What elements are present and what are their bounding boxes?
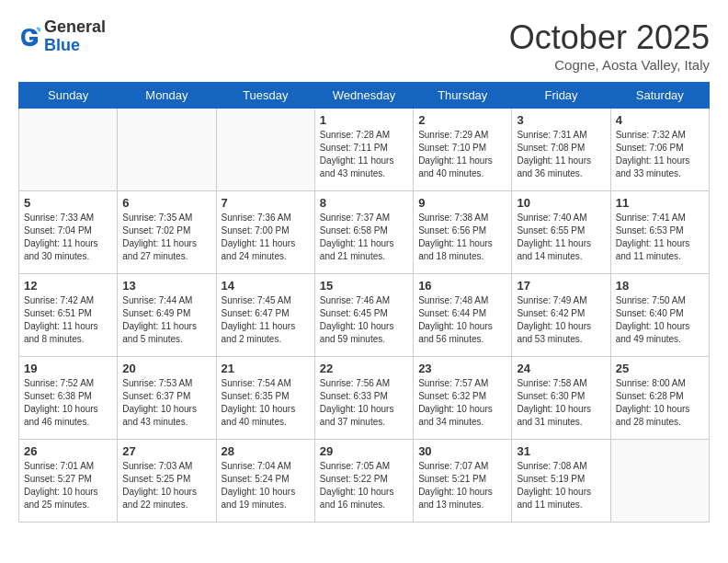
calendar-cell: 30Sunrise: 7:07 AM Sunset: 5:21 PM Dayli… — [414, 440, 512, 523]
day-info: Sunrise: 7:45 AM Sunset: 6:47 PM Dayligh… — [222, 294, 310, 346]
day-number: 30 — [418, 444, 506, 458]
calendar-week-3: 12Sunrise: 7:42 AM Sunset: 6:51 PM Dayli… — [19, 274, 710, 357]
day-info: Sunrise: 7:57 AM Sunset: 6:32 PM Dayligh… — [418, 377, 506, 429]
day-info: Sunrise: 7:32 AM Sunset: 7:06 PM Dayligh… — [616, 129, 704, 180]
logo: General Blue — [18, 18, 106, 55]
calendar-cell: 20Sunrise: 7:53 AM Sunset: 6:37 PM Dayli… — [118, 357, 216, 440]
day-info: Sunrise: 7:46 AM Sunset: 6:45 PM Dayligh… — [320, 294, 408, 346]
day-number: 8 — [320, 196, 408, 210]
day-number: 19 — [24, 362, 112, 375]
weekday-header-monday: Monday — [118, 83, 216, 109]
calendar-cell: 29Sunrise: 7:05 AM Sunset: 5:22 PM Dayli… — [314, 440, 413, 523]
page-header: General Blue October 2025 Cogne, Aosta V… — [18, 18, 710, 73]
day-info: Sunrise: 7:28 AM Sunset: 7:11 PM Dayligh… — [320, 129, 408, 180]
day-info: Sunrise: 7:58 AM Sunset: 6:30 PM Dayligh… — [517, 377, 605, 429]
calendar-cell: 2Sunrise: 7:29 AM Sunset: 7:10 PM Daylig… — [414, 109, 512, 191]
weekday-header-saturday: Saturday — [610, 83, 709, 109]
day-info: Sunrise: 7:41 AM Sunset: 6:53 PM Dayligh… — [616, 212, 704, 263]
day-number: 6 — [122, 196, 210, 210]
calendar-cell: 8Sunrise: 7:37 AM Sunset: 6:58 PM Daylig… — [314, 191, 413, 274]
day-number: 5 — [24, 196, 112, 210]
calendar-cell: 18Sunrise: 7:50 AM Sunset: 6:40 PM Dayli… — [610, 274, 709, 357]
calendar-cell: 14Sunrise: 7:45 AM Sunset: 6:47 PM Dayli… — [216, 274, 314, 357]
day-number: 27 — [122, 444, 210, 458]
title-block: October 2025 Cogne, Aosta Valley, Italy — [509, 18, 710, 73]
day-number: 23 — [418, 362, 506, 375]
day-info: Sunrise: 7:08 AM Sunset: 5:19 PM Dayligh… — [517, 460, 605, 511]
calendar-cell: 4Sunrise: 7:32 AM Sunset: 7:06 PM Daylig… — [610, 109, 709, 191]
calendar-week-5: 26Sunrise: 7:01 AM Sunset: 5:27 PM Dayli… — [19, 440, 710, 523]
calendar-cell: 12Sunrise: 7:42 AM Sunset: 6:51 PM Dayli… — [19, 274, 118, 357]
logo-line2: Blue — [44, 37, 106, 55]
day-info: Sunrise: 7:04 AM Sunset: 5:24 PM Dayligh… — [222, 460, 310, 511]
calendar-cell: 25Sunrise: 8:00 AM Sunset: 6:28 PM Dayli… — [610, 357, 709, 440]
calendar-cell: 13Sunrise: 7:44 AM Sunset: 6:49 PM Dayli… — [118, 274, 216, 357]
calendar-cell: 10Sunrise: 7:40 AM Sunset: 6:55 PM Dayli… — [512, 191, 610, 274]
day-number: 1 — [320, 113, 408, 127]
day-number: 26 — [24, 444, 112, 458]
day-number: 22 — [320, 362, 408, 375]
day-info: Sunrise: 7:29 AM Sunset: 7:10 PM Dayligh… — [418, 129, 506, 180]
day-info: Sunrise: 7:03 AM Sunset: 5:25 PM Dayligh… — [122, 460, 210, 511]
day-info: Sunrise: 7:49 AM Sunset: 6:42 PM Dayligh… — [517, 294, 605, 346]
day-info: Sunrise: 7:38 AM Sunset: 6:56 PM Dayligh… — [418, 212, 506, 263]
day-info: Sunrise: 8:00 AM Sunset: 6:28 PM Dayligh… — [616, 377, 704, 429]
calendar-cell: 1Sunrise: 7:28 AM Sunset: 7:11 PM Daylig… — [314, 109, 413, 191]
weekday-header-sunday: Sunday — [19, 83, 118, 109]
day-number: 21 — [222, 362, 310, 375]
day-info: Sunrise: 7:40 AM Sunset: 6:55 PM Dayligh… — [517, 212, 605, 263]
day-info: Sunrise: 7:05 AM Sunset: 5:22 PM Dayligh… — [320, 460, 408, 511]
day-info: Sunrise: 7:53 AM Sunset: 6:37 PM Dayligh… — [122, 377, 210, 429]
calendar-cell — [118, 109, 216, 191]
weekday-header-thursday: Thursday — [414, 83, 512, 109]
day-info: Sunrise: 7:33 AM Sunset: 7:04 PM Dayligh… — [24, 212, 112, 263]
day-number: 17 — [517, 279, 605, 293]
day-number: 7 — [222, 196, 310, 210]
weekday-header-wednesday: Wednesday — [314, 83, 413, 109]
day-number: 24 — [517, 362, 605, 375]
calendar-cell: 22Sunrise: 7:56 AM Sunset: 6:33 PM Dayli… — [314, 357, 413, 440]
day-number: 31 — [517, 444, 605, 458]
day-info: Sunrise: 7:52 AM Sunset: 6:38 PM Dayligh… — [24, 377, 112, 429]
logo-icon — [18, 26, 40, 48]
day-number: 3 — [517, 113, 605, 127]
weekday-header-row: SundayMondayTuesdayWednesdayThursdayFrid… — [19, 83, 710, 109]
day-number: 4 — [616, 113, 704, 127]
day-info: Sunrise: 7:01 AM Sunset: 5:27 PM Dayligh… — [24, 460, 112, 511]
day-number: 20 — [122, 362, 210, 375]
day-number: 25 — [616, 362, 704, 375]
day-number: 12 — [24, 279, 112, 293]
weekday-header-friday: Friday — [512, 83, 610, 109]
day-info: Sunrise: 7:54 AM Sunset: 6:35 PM Dayligh… — [222, 377, 310, 429]
day-number: 2 — [418, 113, 506, 127]
calendar-cell — [216, 109, 314, 191]
calendar-cell: 24Sunrise: 7:58 AM Sunset: 6:30 PM Dayli… — [512, 357, 610, 440]
day-number: 9 — [418, 196, 506, 210]
day-number: 15 — [320, 279, 408, 293]
day-number: 14 — [222, 279, 310, 293]
day-info: Sunrise: 7:50 AM Sunset: 6:40 PM Dayligh… — [616, 294, 704, 346]
day-info: Sunrise: 7:36 AM Sunset: 7:00 PM Dayligh… — [222, 212, 310, 263]
calendar-week-2: 5Sunrise: 7:33 AM Sunset: 7:04 PM Daylig… — [19, 191, 710, 274]
day-number: 11 — [616, 196, 704, 210]
month-title: October 2025 — [509, 18, 710, 57]
logo-line1: General — [44, 18, 106, 37]
day-info: Sunrise: 7:42 AM Sunset: 6:51 PM Dayligh… — [24, 294, 112, 346]
calendar-cell: 11Sunrise: 7:41 AM Sunset: 6:53 PM Dayli… — [610, 191, 709, 274]
calendar-cell: 16Sunrise: 7:48 AM Sunset: 6:44 PM Dayli… — [414, 274, 512, 357]
day-info: Sunrise: 7:44 AM Sunset: 6:49 PM Dayligh… — [122, 294, 210, 346]
calendar-cell: 5Sunrise: 7:33 AM Sunset: 7:04 PM Daylig… — [19, 191, 118, 274]
calendar-cell: 28Sunrise: 7:04 AM Sunset: 5:24 PM Dayli… — [216, 440, 314, 523]
calendar-cell: 15Sunrise: 7:46 AM Sunset: 6:45 PM Dayli… — [314, 274, 413, 357]
calendar-table: SundayMondayTuesdayWednesdayThursdayFrid… — [18, 82, 710, 523]
calendar-week-4: 19Sunrise: 7:52 AM Sunset: 6:38 PM Dayli… — [19, 357, 710, 440]
calendar-cell: 6Sunrise: 7:35 AM Sunset: 7:02 PM Daylig… — [118, 191, 216, 274]
calendar-cell: 7Sunrise: 7:36 AM Sunset: 7:00 PM Daylig… — [216, 191, 314, 274]
calendar-week-1: 1Sunrise: 7:28 AM Sunset: 7:11 PM Daylig… — [19, 109, 710, 191]
day-info: Sunrise: 7:48 AM Sunset: 6:44 PM Dayligh… — [418, 294, 506, 346]
calendar-cell — [19, 109, 118, 191]
calendar-cell: 19Sunrise: 7:52 AM Sunset: 6:38 PM Dayli… — [19, 357, 118, 440]
day-info: Sunrise: 7:31 AM Sunset: 7:08 PM Dayligh… — [517, 129, 605, 180]
day-number: 10 — [517, 196, 605, 210]
day-number: 28 — [222, 444, 310, 458]
